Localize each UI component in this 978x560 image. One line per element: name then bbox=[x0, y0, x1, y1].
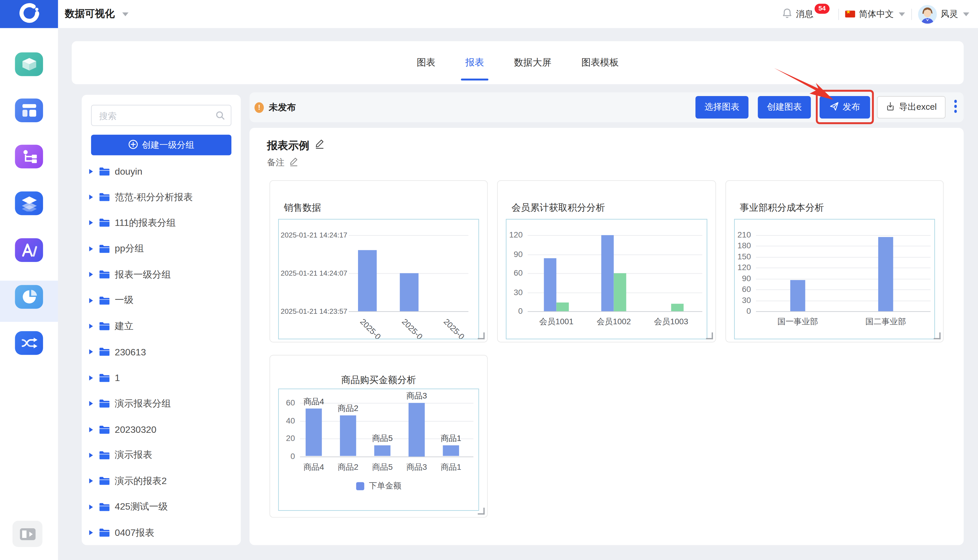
tree-item-label: 建立 bbox=[115, 320, 133, 332]
caret-right-icon[interactable] bbox=[89, 478, 93, 483]
caret-right-icon[interactable] bbox=[89, 453, 93, 458]
workspace-switcher[interactable]: 数据可视化 bbox=[65, 0, 129, 28]
edit-note-icon[interactable] bbox=[289, 157, 298, 168]
tree-item[interactable]: 报表一级分组 bbox=[82, 262, 241, 288]
language-selector[interactable]: ★ 简体中文 bbox=[845, 8, 905, 20]
y-axis-tick: 90 bbox=[514, 249, 523, 259]
tree-item[interactable]: douyin bbox=[82, 158, 241, 184]
caret-right-icon[interactable] bbox=[89, 246, 93, 251]
resize-handle[interactable] bbox=[934, 332, 941, 339]
messages-entry[interactable]: 消息 54 bbox=[782, 8, 832, 20]
tree-item[interactable]: 演示的报表2 bbox=[82, 468, 241, 494]
sidebar-item-layers[interactable] bbox=[15, 192, 43, 215]
user-menu[interactable]: 风灵 bbox=[918, 5, 969, 23]
create-group-button[interactable]: 创建一级分组 bbox=[91, 135, 232, 155]
tree-item[interactable]: 演示报表 bbox=[82, 442, 241, 468]
export-excel-button[interactable]: 导出excel bbox=[877, 96, 946, 118]
edit-title-icon[interactable] bbox=[315, 139, 324, 152]
tree-item[interactable]: 20230320 bbox=[82, 417, 241, 442]
caret-right-icon[interactable] bbox=[89, 324, 93, 328]
tree-item[interactable]: 230613 bbox=[82, 339, 241, 365]
more-actions-menu[interactable] bbox=[953, 100, 958, 113]
app-logo[interactable] bbox=[0, 0, 58, 28]
resize-handle[interactable] bbox=[478, 332, 485, 339]
y-axis-tick: 30 bbox=[514, 287, 523, 297]
tree-item-label: 425测试一级 bbox=[115, 501, 168, 513]
sidebar-item-flowchart[interactable] bbox=[15, 145, 43, 168]
x-axis-tick: 2025-0 bbox=[358, 317, 383, 339]
report-canvas-card: 报表示例 备注 销售数据 2025-01-21 14:23:572025-01-… bbox=[250, 128, 964, 545]
tab-data-screen[interactable]: 数据大屏 bbox=[514, 41, 551, 84]
tab-chart-templates[interactable]: 图表模板 bbox=[581, 41, 619, 84]
folder-icon bbox=[99, 322, 110, 331]
collapse-sidebar-button[interactable] bbox=[13, 521, 42, 547]
caret-right-icon[interactable] bbox=[89, 401, 93, 406]
resize-handle[interactable] bbox=[706, 332, 713, 339]
search-input[interactable] bbox=[98, 105, 212, 127]
pie-chart-icon bbox=[21, 289, 37, 304]
caret-right-icon[interactable] bbox=[89, 375, 93, 380]
x-axis-tick: 2025-0 bbox=[442, 317, 466, 339]
sidebar-item-dashboard[interactable] bbox=[15, 99, 43, 122]
y-axis-tick: 150 bbox=[737, 252, 751, 262]
folder-icon bbox=[99, 296, 110, 305]
resize-handle[interactable] bbox=[478, 508, 485, 515]
plus-circle-icon bbox=[128, 139, 137, 151]
chart-card-division-cost[interactable]: 事业部积分成本分析 0306090120150180210国一事业部国二事业部 bbox=[725, 180, 944, 342]
folder-icon bbox=[99, 348, 110, 356]
cube-icon bbox=[21, 57, 37, 72]
messages-label: 消息 bbox=[796, 8, 813, 20]
sidebar-item-shuffle[interactable] bbox=[15, 331, 43, 355]
group-tree: douyin范范-积分分析报表111的报表分组pp分组报表一级分组一级建立230… bbox=[82, 158, 241, 545]
folder-icon bbox=[99, 528, 110, 537]
x-axis-tick: 会员1002 bbox=[586, 316, 642, 327]
sidebar-item-charts[interactable] bbox=[15, 285, 43, 308]
folder-icon bbox=[99, 245, 110, 253]
x-axis-tick: 会员1001 bbox=[528, 316, 585, 327]
tabs: 图表 报表 数据大屏 图表模板 bbox=[417, 41, 618, 84]
caret-right-icon[interactable] bbox=[89, 298, 93, 303]
y-axis-tick: 40 bbox=[286, 416, 295, 425]
caret-right-icon[interactable] bbox=[89, 427, 93, 432]
y-axis-tick: 2025-01-21 14:24:07 bbox=[281, 268, 347, 278]
caret-right-icon[interactable] bbox=[89, 504, 93, 509]
tree-item[interactable]: 425测试一级 bbox=[82, 494, 241, 520]
y-axis-tick: 30 bbox=[742, 295, 751, 305]
publish-button[interactable]: 发布 bbox=[820, 96, 870, 118]
tab-reports[interactable]: 报表 bbox=[465, 41, 484, 84]
folder-icon bbox=[99, 399, 110, 408]
caret-right-icon[interactable] bbox=[89, 169, 93, 174]
bar bbox=[671, 303, 684, 311]
bar bbox=[340, 415, 356, 456]
tree-item[interactable]: 建立 bbox=[82, 313, 241, 339]
caret-right-icon[interactable] bbox=[89, 272, 93, 277]
folder-icon bbox=[99, 451, 110, 460]
tree-item-label: 0407报表 bbox=[115, 527, 154, 539]
tree-item[interactable]: pp分组 bbox=[82, 236, 241, 262]
tree-item[interactable]: 演示报表分组 bbox=[82, 391, 241, 417]
tree-item[interactable]: 一级 bbox=[82, 288, 241, 313]
chart-card-member-points[interactable]: 会员累计获取积分分析 0306090120会员1001会员1002会员1003 bbox=[497, 180, 716, 342]
y-axis-tick: 60 bbox=[742, 284, 751, 294]
ai-icon bbox=[21, 243, 37, 257]
sidebar-item-cube[interactable] bbox=[15, 52, 43, 76]
caret-right-icon[interactable] bbox=[89, 530, 93, 535]
chart-card-sales[interactable]: 销售数据 2025-01-21 14:23:572025-01-21 14:24… bbox=[270, 180, 488, 342]
caret-right-icon[interactable] bbox=[89, 195, 93, 200]
create-chart-button[interactable]: 创建图表 bbox=[758, 96, 811, 118]
tab-charts[interactable]: 图表 bbox=[417, 41, 435, 84]
sidebar-item-ai[interactable] bbox=[15, 238, 43, 262]
x-axis-tick: 国二事业部 bbox=[858, 316, 914, 327]
folder-icon bbox=[99, 218, 110, 227]
chart-card-product-amount[interactable]: 商品购买金额分析 0204060商品4商品2商品5商品3商品1商品4商品2商品5… bbox=[270, 355, 488, 518]
y-axis-tick: 120 bbox=[509, 230, 523, 240]
caret-right-icon[interactable] bbox=[89, 350, 93, 355]
tree-item[interactable]: 0407报表 bbox=[82, 520, 241, 546]
tree-item[interactable]: 111的报表分组 bbox=[82, 210, 241, 236]
select-chart-button[interactable]: 选择图表 bbox=[695, 96, 748, 118]
tree-item[interactable]: 范范-积分分析报表 bbox=[82, 184, 241, 210]
caret-right-icon[interactable] bbox=[89, 220, 93, 225]
chart-legend[interactable]: 下单金额 bbox=[279, 480, 478, 492]
tree-item[interactable]: 1 bbox=[82, 365, 241, 391]
tree-item-label: 报表一级分组 bbox=[115, 268, 171, 281]
